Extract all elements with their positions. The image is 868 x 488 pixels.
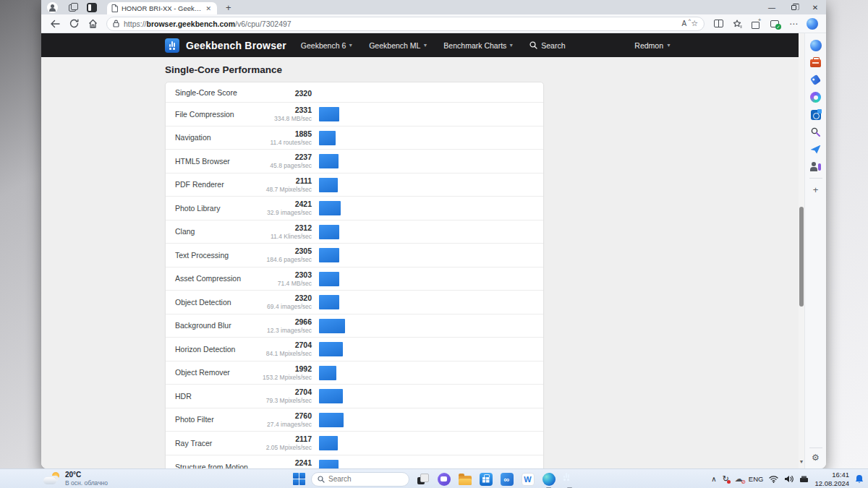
user-menu[interactable]: Redmon▼ [634, 41, 671, 50]
browser-tab[interactable]: HONOR BRI-XX - Geekbench ✕ [107, 2, 217, 14]
benchmark-row: Object Remover 1992 153.2 Mpixels/sec [166, 361, 543, 385]
sidebar-shopping-icon[interactable] [809, 74, 822, 86]
tray-time: 16:41 [814, 471, 849, 479]
benchmark-row: HTML5 Browser 2237 45.8 pages/sec [166, 150, 543, 174]
tab-title: HONOR BRI-XX - Geekbench [122, 4, 204, 12]
taskbar-search[interactable] [311, 472, 409, 487]
benchmark-row: HDR 2704 79.3 Mpixels/sec [166, 385, 543, 408]
tray-date: 12.08.2024 [814, 479, 849, 487]
more-menu-icon[interactable]: ⋯ [786, 17, 801, 31]
page-body: Single-Core Performance Single-Core Scor… [41, 57, 799, 468]
score-value: 2320 [295, 89, 312, 98]
sidebar-games-icon[interactable] [809, 160, 822, 173]
menu-benchmark-charts[interactable]: Benchmark Charts▼ [443, 41, 514, 50]
weather-widget[interactable]: 20°C В осн. облачно [43, 471, 108, 487]
sidebar-copilot-icon[interactable] [809, 39, 822, 51]
benchmark-bar [319, 201, 341, 215]
sidebar-add-icon[interactable]: + [809, 184, 822, 196]
weather-icon [43, 472, 61, 485]
search-icon [318, 476, 325, 483]
browser-toolbar: https://browser.geekbench.com/v6/cpu/730… [41, 14, 826, 33]
scrollbar-thumb[interactable] [799, 207, 804, 307]
loop-app-icon[interactable]: ∞ [499, 471, 514, 487]
tray-device-icon[interactable] [799, 476, 809, 483]
close-button[interactable]: ✕ [804, 0, 826, 14]
sidebar-drop-icon[interactable] [809, 143, 822, 155]
read-aloud-icon[interactable]: A [677, 20, 691, 27]
sidebar-m365-icon[interactable] [809, 91, 822, 103]
vertical-tabs-icon[interactable] [87, 3, 97, 12]
benchmark-bar [319, 154, 339, 168]
sidebar-outlook-icon[interactable] [809, 108, 822, 121]
edge-sidebar: + ⚙ [804, 33, 826, 468]
refresh-button[interactable] [66, 17, 82, 31]
chat-app-icon[interactable] [436, 471, 451, 487]
tray-sync-icon[interactable]: ↻ [723, 475, 729, 483]
tray-chevron-up-icon[interactable]: ∧ [711, 476, 716, 483]
volume-icon[interactable] [784, 475, 793, 483]
task-view-button[interactable] [415, 471, 430, 487]
profile-avatar-icon[interactable] [47, 2, 58, 13]
scroll-down-arrow-icon[interactable]: ▼ [799, 459, 804, 464]
benchmark-bar [319, 225, 339, 239]
navbar-menus: Geekbench 6▼ Geekbench ML▼ Benchmark Cha… [301, 41, 514, 50]
language-indicator[interactable]: ENG [749, 475, 764, 483]
search-input[interactable] [328, 475, 401, 483]
sidebar-tools-icon[interactable] [809, 56, 822, 69]
benchmark-bar [319, 178, 338, 192]
microsoft-store-icon[interactable] [478, 471, 493, 487]
sidebar-search-icon[interactable] [809, 126, 822, 138]
benchmark-rate: 12.3 images/sec [175, 327, 312, 335]
chevron-down-icon: ▼ [666, 43, 671, 48]
new-tab-button[interactable]: + [226, 3, 231, 12]
weather-temp: 20°C [65, 471, 108, 479]
benchmark-rate: 69.4 images/sec [175, 303, 312, 311]
split-screen-icon[interactable] [710, 17, 726, 31]
workspaces-icon[interactable] [67, 3, 77, 12]
url-host: browser.geekbench.com [147, 20, 236, 28]
geekbench-app-icon[interactable] [562, 471, 577, 487]
browser-content: Geekbench Browser Geekbench 6▼ Geekbench… [41, 33, 826, 468]
chevron-down-icon: ▼ [348, 43, 353, 48]
page-scrollbar[interactable]: ▼ [799, 33, 804, 468]
tab-close-icon[interactable]: ✕ [204, 5, 213, 12]
minimize-button[interactable]: — [761, 0, 783, 14]
benchmark-rate: 48.7 Mpixels/sec [175, 186, 312, 194]
favorites-icon[interactable] [729, 17, 745, 31]
w-app-icon[interactable]: W [520, 471, 535, 487]
favorite-star-icon[interactable]: ☆ [691, 19, 698, 28]
results-table: Single-Core Score 2320 File Compression … [165, 82, 544, 468]
notification-bell-icon[interactable] [855, 474, 864, 484]
tray-cloud-paused-icon[interactable]: ☁ [735, 475, 743, 483]
file-explorer-icon[interactable] [457, 471, 472, 487]
browser-window: HONOR BRI-XX - Geekbench ✕ + — ✕ [41, 0, 826, 468]
menu-geekbench-6[interactable]: Geekbench 6▼ [301, 41, 353, 50]
copilot-icon[interactable] [804, 17, 820, 31]
benchmark-rate: 11.4 Klines/sec [175, 233, 312, 241]
restore-button[interactable] [783, 0, 804, 14]
start-button[interactable] [293, 473, 305, 485]
collections-icon[interactable] [748, 17, 764, 31]
home-button[interactable] [85, 17, 101, 31]
menu-geekbench-ml[interactable]: Geekbench ML▼ [369, 41, 427, 50]
benchmark-score: 1992 [175, 364, 312, 374]
geekbench-logo-icon[interactable] [165, 38, 179, 53]
navbar-search-button[interactable]: Search [529, 41, 565, 50]
benchmark-rate: 45.8 pages/sec [175, 162, 312, 170]
back-button[interactable] [47, 17, 63, 31]
gear-icon[interactable]: ⚙ [812, 453, 820, 463]
brand-title[interactable]: Geekbench Browser [186, 40, 286, 51]
clock[interactable]: 16:41 12.08.2024 [814, 471, 849, 487]
system-tray: ∧ ↻ ☁ ENG 16:41 12.08.2024 [711, 469, 864, 488]
wifi-icon[interactable] [769, 475, 778, 483]
benchmark-row: Clang 2312 11.4 Klines/sec [166, 221, 543, 244]
taskbar: 20°C В осн. облачно ∞ W ∧ ↻ ☁ [0, 468, 868, 488]
url-path: /v6/cpu/7302497 [235, 20, 292, 28]
address-bar[interactable]: https://browser.geekbench.com/v6/cpu/730… [106, 17, 705, 31]
edge-browser-icon[interactable] [541, 471, 556, 487]
password-saved-icon[interactable] [767, 17, 783, 31]
tab-strip: HONOR BRI-XX - Geekbench ✕ + — ✕ [41, 0, 826, 14]
benchmark-row: Asset Compression 2303 71.4 MB/sec [166, 267, 543, 291]
benchmark-row: File Compression 2331 334.8 MB/sec [166, 103, 543, 127]
taskbar-center: ∞ W [293, 469, 577, 488]
